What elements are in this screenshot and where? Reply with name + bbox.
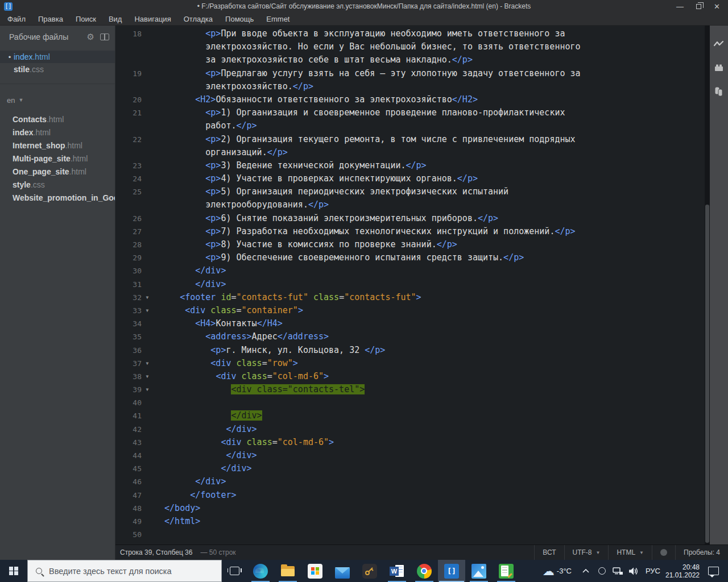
lint-status-icon[interactable] bbox=[652, 545, 675, 560]
project-file-item[interactable]: Internet_shop.html bbox=[0, 139, 115, 152]
project-file-item[interactable]: One_page_site.html bbox=[0, 165, 115, 178]
menu-item[interactable]: Правка bbox=[32, 13, 69, 26]
project-file-item[interactable]: index.html bbox=[0, 126, 115, 139]
project-dropdown[interactable]: en ▼ bbox=[0, 93, 115, 107]
code-line[interactable]: 19 <p>Предлагаю услугу взять на себя — э… bbox=[115, 67, 705, 80]
code-line[interactable]: 47 </footer> bbox=[115, 489, 705, 502]
code-line[interactable]: 44 </div> bbox=[115, 449, 705, 462]
menu-item[interactable]: Помощь bbox=[219, 13, 260, 26]
weather-cloud-icon[interactable]: ☁ bbox=[537, 560, 556, 582]
overwrite-indicator[interactable]: ВСТ bbox=[534, 545, 564, 560]
code-line[interactable]: 40 bbox=[115, 396, 705, 409]
taskbar-app-explorer[interactable] bbox=[274, 560, 301, 582]
fold-arrow-icon[interactable]: ▼ bbox=[142, 291, 153, 304]
code-line[interactable]: 30 </div> bbox=[115, 264, 705, 277]
code-line[interactable]: 25 <p>5) Организация периодических элект… bbox=[115, 185, 705, 198]
code-line[interactable]: 32▼ <footer id="contacts-fut" class="con… bbox=[115, 291, 705, 304]
code-line[interactable]: 18 <p>При вводе объекта в эксплуатацию н… bbox=[115, 27, 705, 40]
code-line[interactable]: 35 <address>Адрес</address> bbox=[115, 330, 705, 343]
start-button[interactable] bbox=[0, 560, 27, 582]
action-center-icon[interactable] bbox=[708, 567, 719, 575]
taskbar-app-edge[interactable] bbox=[247, 560, 274, 582]
language-indicator[interactable]: РУС bbox=[642, 560, 664, 582]
working-file-item[interactable]: stile.css bbox=[0, 63, 115, 76]
menu-item[interactable]: Навигация bbox=[128, 13, 177, 26]
live-preview-icon[interactable] bbox=[713, 38, 725, 49]
code-line[interactable]: 36 <p>г. Минск, ул. Кольцова, 32 </p> bbox=[115, 344, 705, 357]
indent-setting[interactable]: Пробелы: 4 bbox=[675, 545, 728, 560]
code-line[interactable]: электрооборудования.</p> bbox=[115, 198, 705, 211]
code-line[interactable]: 27 <p>7) Разработка необходимых технолог… bbox=[115, 225, 705, 238]
temperature[interactable]: -3°C bbox=[557, 560, 577, 582]
code-line[interactable]: работ.</p> bbox=[115, 119, 705, 132]
editor-scrollbar[interactable] bbox=[705, 26, 710, 544]
code-line[interactable]: 31 </div> bbox=[115, 278, 705, 291]
project-file-item[interactable]: Website_promotion_in_Google.html bbox=[0, 191, 115, 204]
taskbar-app-green-editor[interactable] bbox=[493, 560, 520, 582]
beautify-icon[interactable] bbox=[713, 86, 725, 97]
code-line[interactable]: 39▼ <div class="contacts-tel"> bbox=[115, 383, 705, 396]
code-line[interactable]: 48 </body> bbox=[115, 502, 705, 515]
project-file-item[interactable]: style.css bbox=[0, 178, 115, 191]
menu-item[interactable]: Вид bbox=[102, 13, 129, 26]
minimize-button[interactable]: — bbox=[676, 3, 684, 10]
code-editor[interactable]: 18 <p>При вводе объекта в эксплуатацию н… bbox=[115, 26, 705, 544]
encoding-selector[interactable]: UTF-8▼ bbox=[564, 545, 609, 560]
search-input[interactable] bbox=[49, 567, 208, 576]
code-line[interactable]: 42 </div> bbox=[115, 423, 705, 436]
code-line[interactable]: 23 <p>3) Ведение технической документаци… bbox=[115, 159, 705, 172]
code-line[interactable]: 26 <p>6) Снятие показаний электроизмерит… bbox=[115, 212, 705, 225]
code-line[interactable]: 45 </div> bbox=[115, 462, 705, 475]
clock[interactable]: 20:4821.01.2022 bbox=[665, 560, 700, 582]
menu-item[interactable]: Отладка bbox=[177, 13, 219, 26]
code-line[interactable]: 41 </div> bbox=[115, 409, 705, 422]
code-line[interactable]: 21 <p>1) Оргаанизация и своевременное пр… bbox=[115, 106, 705, 119]
code-line[interactable]: 49 </html> bbox=[115, 515, 705, 528]
code-line[interactable]: организаций.</p> bbox=[115, 146, 705, 159]
menu-item[interactable]: Emmet bbox=[260, 13, 296, 26]
taskbar-app-brackets[interactable]: [] bbox=[438, 560, 465, 582]
volume-icon[interactable] bbox=[626, 560, 641, 582]
menu-item[interactable]: Файл bbox=[1, 13, 32, 26]
code-line[interactable]: 22 <p>2) Организация текущего ремонта, в… bbox=[115, 133, 705, 146]
code-line[interactable]: 50 bbox=[115, 528, 705, 541]
gear-icon[interactable]: ⚙ bbox=[87, 32, 94, 42]
fold-arrow-icon[interactable]: ▼ bbox=[142, 357, 153, 370]
task-view-button[interactable] bbox=[222, 560, 247, 582]
code-line[interactable]: 34 <H4>Контакты</H4> bbox=[115, 317, 705, 330]
taskbar-app-key-utility[interactable] bbox=[356, 560, 383, 582]
taskbar-app-chrome[interactable] bbox=[411, 560, 438, 582]
code-line[interactable]: 29 <p>9) Обеспечение своевременного испы… bbox=[115, 251, 705, 264]
close-button[interactable]: ✕ bbox=[714, 3, 720, 10]
meet-now-icon[interactable] bbox=[594, 560, 609, 582]
menu-item[interactable]: Поиск bbox=[69, 13, 102, 26]
taskbar-app-word[interactable]: W bbox=[383, 560, 411, 582]
split-view-icon[interactable] bbox=[100, 34, 109, 40]
code-line[interactable]: 37▼ <div class="row"> bbox=[115, 357, 705, 370]
language-selector[interactable]: HTML▼ bbox=[608, 545, 652, 560]
code-line[interactable]: 33▼ <div class="container"> bbox=[115, 304, 705, 317]
code-line[interactable]: 24 <p>4) Участие в проверках инспектирую… bbox=[115, 172, 705, 185]
taskbar-app-photos[interactable] bbox=[465, 560, 493, 582]
code-line[interactable]: 43 <div class="col-md-6"> bbox=[115, 436, 705, 449]
code-line[interactable]: электрохозяйство. Но если у Вас небольшо… bbox=[115, 40, 705, 53]
code-line[interactable]: 38▼ <div class="col-md-6"> bbox=[115, 370, 705, 383]
network-icon[interactable] bbox=[610, 560, 625, 582]
restore-button[interactable] bbox=[696, 4, 701, 9]
project-file-item[interactable]: Contacts.html bbox=[0, 113, 115, 126]
fold-arrow-icon[interactable]: ▼ bbox=[142, 370, 153, 383]
taskbar-search[interactable] bbox=[27, 560, 222, 582]
code-line[interactable]: электрохозяйство.</p> bbox=[115, 80, 705, 93]
taskbar-app-store[interactable] bbox=[301, 560, 329, 582]
project-file-item[interactable]: Multi-page_site.html bbox=[0, 152, 115, 165]
fold-arrow-icon[interactable]: ▼ bbox=[142, 304, 153, 317]
scrollbar-thumb[interactable] bbox=[705, 205, 709, 543]
taskbar-app-mail[interactable] bbox=[329, 560, 356, 582]
code-line[interactable]: за электрохозяйство себе в штат весьма н… bbox=[115, 53, 705, 66]
code-line[interactable]: 28 <p>8) Участие в комиссиях по проверке… bbox=[115, 238, 705, 251]
tray-chevron-up-icon[interactable] bbox=[578, 560, 593, 582]
working-file-item[interactable]: •index.html bbox=[0, 51, 115, 63]
fold-arrow-icon[interactable]: ▼ bbox=[142, 383, 153, 396]
extension-manager-icon[interactable] bbox=[713, 62, 725, 73]
code-line[interactable]: 46 </div> bbox=[115, 475, 705, 488]
